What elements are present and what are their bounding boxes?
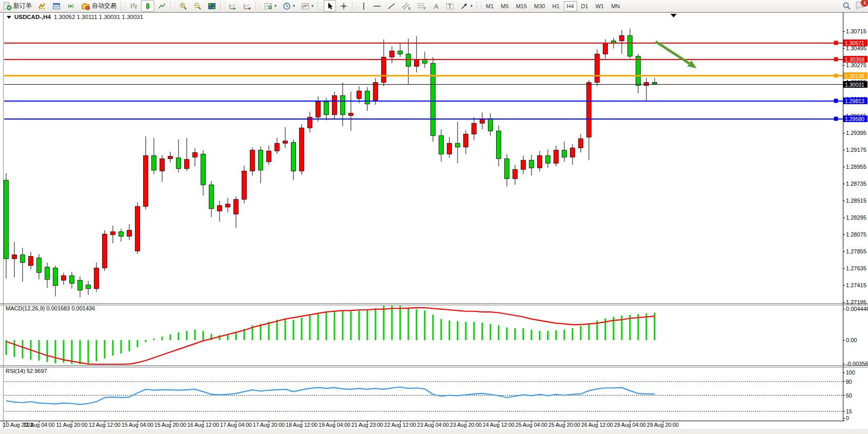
signal-button[interactable] (64, 0, 77, 12)
rsi-label: RSI(14) 52.9697 (6, 368, 47, 374)
timeframe-button-MN[interactable]: MN (608, 1, 623, 11)
fibonacci-tool[interactable]: F (415, 0, 429, 12)
notification-badge: 1 (861, 0, 868, 7)
dropdown-arrow-icon[interactable]: ▾ (311, 4, 313, 8)
candle-up (94, 268, 99, 289)
date-axis-label: 21 Aug 23:00 (351, 422, 383, 428)
timeframe-button-H4[interactable]: H4 (564, 1, 577, 11)
candle-up (464, 134, 468, 147)
auto-trading-button[interactable]: 自动交易 (78, 0, 119, 12)
price-axis-label: 1.27415 (846, 282, 866, 288)
candle-down (505, 159, 509, 179)
cursor-icon (326, 2, 333, 10)
zoom-out-button[interactable] (191, 0, 204, 12)
timeframe-button-D1[interactable]: D1 (578, 1, 591, 11)
timeframe-button-M15[interactable]: M15 (513, 1, 530, 11)
candle-up (29, 257, 33, 266)
indicators-button[interactable]: ▾ (262, 0, 279, 12)
chart-title-ohlc: 1.30052 1.30111 1.30031 1.30031 (54, 14, 143, 20)
macd-axis-label: 0.00 (846, 337, 857, 343)
dropdown-arrow-icon[interactable]: ▾ (274, 4, 277, 8)
toolbar-grip (255, 2, 260, 10)
price-axis-label: 1.28295 (846, 214, 866, 221)
candle-up (513, 169, 518, 179)
crosshair-button[interactable] (337, 0, 350, 12)
profile-button[interactable] (35, 0, 49, 12)
price-axis-label: 1.29395 (846, 130, 866, 136)
candle-up (587, 83, 591, 137)
date-axis-label: 18 Aug 12:00 (286, 422, 318, 428)
line-anchor-handle[interactable] (834, 74, 838, 77)
tile-windows-button[interactable] (205, 0, 219, 12)
equidistant-channel-tool[interactable]: E (399, 0, 413, 12)
price-badge-label: 1.29813 (845, 98, 864, 104)
templates-icon (301, 2, 309, 10)
vertical-line-tool[interactable] (358, 0, 369, 12)
candle-up (620, 35, 624, 41)
line-anchor-handle[interactable] (834, 99, 838, 103)
candle-up (316, 102, 321, 117)
zoom-in-icon (179, 2, 187, 10)
timeframe-button-M5[interactable]: M5 (498, 1, 511, 11)
market-watch-icon (52, 2, 61, 10)
timeframe-button-M30[interactable]: M30 (531, 1, 548, 11)
candlestick-chart-button[interactable] (141, 0, 154, 12)
candle-up (267, 151, 271, 162)
timeframe-button-M1[interactable]: M1 (483, 1, 497, 11)
market-watch-button[interactable] (50, 0, 63, 12)
line-anchor-handle[interactable] (834, 41, 838, 45)
candle-up (111, 232, 115, 235)
date-axis-label: 24 Aug 12:00 (483, 422, 515, 428)
auto-scroll-button[interactable] (226, 0, 240, 12)
candle-down (341, 95, 345, 115)
price-axis-label: 1.27635 (846, 265, 866, 271)
candle-up (300, 128, 304, 171)
date-axis-label: 17 Aug 20:00 (253, 422, 285, 428)
bar-chart-button[interactable] (127, 0, 140, 12)
dropdown-arrow-icon[interactable]: ▾ (293, 4, 295, 8)
new-order-label: 新订单 (13, 2, 32, 10)
templates-button[interactable]: ▾ (299, 0, 316, 12)
dropdown-arrow-icon[interactable]: ▾ (470, 4, 472, 8)
line-anchor-handle[interactable] (834, 57, 838, 61)
text-tool[interactable]: A (430, 0, 442, 12)
date-axis-label: 15 Aug 04:00 (122, 422, 153, 428)
chart-shift-icon (243, 2, 251, 10)
date-axis-label: 29 Aug 04:00 (614, 422, 646, 428)
new-order-button[interactable]: 新订单 (1, 0, 34, 12)
price-badge-label: 1.30358 (845, 56, 864, 63)
timeframe-button-W1[interactable]: W1 (593, 1, 607, 11)
text-label-tool[interactable]: T (443, 0, 457, 12)
toolbar-grip (220, 2, 225, 10)
periods-button[interactable]: ▾ (280, 0, 298, 12)
candle-down (4, 180, 9, 259)
candlestick-chart-icon (144, 2, 152, 10)
line-anchor-handle[interactable] (834, 117, 838, 121)
trendline-tool[interactable] (385, 0, 398, 12)
candle-up (160, 159, 165, 171)
chart-canvas: 1.307151.304951.302751.300551.298351.296… (0, 0, 868, 434)
candle-up (12, 255, 17, 259)
line-chart-button[interactable] (155, 0, 169, 12)
timeframe-button-H1[interactable]: H1 (549, 1, 562, 11)
toolbar-grip (477, 2, 481, 10)
cursor-button[interactable] (324, 0, 336, 12)
candle-up (390, 51, 394, 57)
tile-windows-icon (208, 2, 216, 10)
toolbar-grip (318, 2, 322, 10)
bar-chart-icon (129, 2, 137, 10)
search-icon[interactable] (842, 2, 851, 10)
candle-up (234, 200, 239, 214)
notifications-button[interactable]: 1 (855, 1, 865, 11)
candle-up (603, 43, 608, 54)
rsi-axis-label: 0 (846, 415, 849, 421)
candle-down (70, 275, 74, 283)
candle-down (497, 131, 501, 159)
crosshair-icon (340, 2, 348, 10)
arrows-tool[interactable]: ▾ (458, 0, 475, 12)
chart-shift-button[interactable] (241, 0, 254, 12)
date-axis-label: 19 Aug 04:00 (319, 422, 350, 428)
horizontal-line-tool[interactable] (370, 0, 384, 12)
candle-up (103, 234, 107, 268)
zoom-in-button[interactable] (176, 0, 190, 12)
